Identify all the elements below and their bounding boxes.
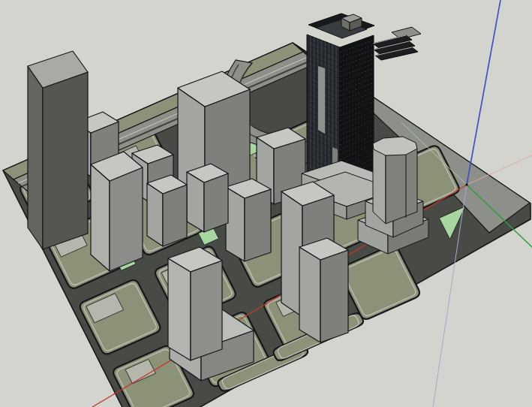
tower-bottom-center[interactable] bbox=[168, 247, 222, 360]
scene-svg[interactable] bbox=[0, 0, 532, 407]
building-right-face[interactable] bbox=[110, 167, 143, 271]
center-box-mid[interactable] bbox=[187, 164, 228, 232]
building-right-face[interactable] bbox=[191, 261, 222, 360]
building-right-face[interactable] bbox=[163, 185, 187, 246]
midleft-tower[interactable] bbox=[91, 152, 143, 271]
center-box-west[interactable] bbox=[147, 175, 187, 246]
facade-light-strip[interactable] bbox=[318, 66, 325, 134]
sketchup-viewport[interactable] bbox=[0, 0, 532, 407]
building-right-face[interactable] bbox=[204, 173, 228, 232]
center-box-east[interactable] bbox=[226, 179, 271, 261]
building-right-face[interactable] bbox=[245, 189, 271, 261]
axes-origin-point bbox=[466, 184, 468, 186]
setback-shaft-right[interactable] bbox=[386, 149, 417, 224]
setback-shaft-left[interactable] bbox=[373, 143, 386, 224]
tall-tower-left[interactable] bbox=[28, 51, 88, 249]
midrise-lower-right[interactable] bbox=[299, 238, 348, 342]
building-left-face[interactable] bbox=[226, 187, 245, 261]
building-left-face[interactable] bbox=[28, 66, 43, 249]
building-left-face[interactable] bbox=[299, 247, 320, 342]
building-left-face[interactable] bbox=[91, 164, 110, 271]
building-right-face[interactable] bbox=[320, 250, 348, 342]
building-left-face[interactable] bbox=[168, 258, 191, 360]
building-right-face[interactable] bbox=[43, 72, 88, 249]
